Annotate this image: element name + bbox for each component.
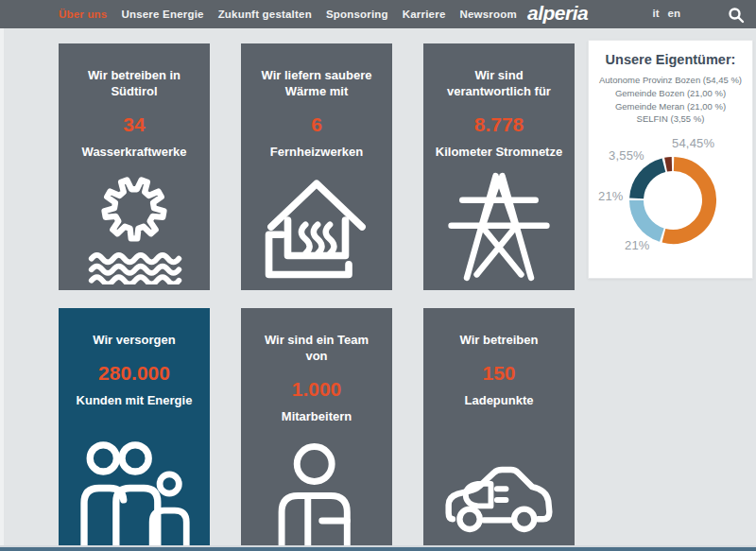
owners-donut-chart: 54,45% 21% 21% 3,55%	[589, 127, 752, 266]
stat-card-mitarbeiter: Wir sind ein Team von 1.000 Mitarbeitern	[241, 308, 392, 551]
donut-label-bozen: 21%	[625, 238, 650, 252]
stat-heading: Wir betreiben in Südtirol	[70, 68, 198, 100]
stat-label: Kunden mit Energie	[70, 393, 198, 407]
stats-row-2: Wir versorgen 280.000 Kunden mit Energie…	[59, 308, 575, 551]
owners-legend-line-provinz: Autonome Provinz Bozen (54,45 %)	[597, 74, 744, 87]
stat-label: Fernheizwerken	[252, 145, 381, 159]
stat-value: 280.000	[70, 362, 198, 385]
stat-value: 34	[70, 113, 198, 136]
stat-value: 150	[435, 362, 563, 385]
stat-label: Ladepunkte	[435, 393, 563, 407]
owners-legend-line-selfin: SELFIN (3,55 %)	[597, 112, 744, 126]
nav-item-sponsoring[interactable]: Sponsoring	[326, 9, 388, 20]
search-button[interactable]	[726, 5, 747, 26]
employee-icon	[252, 436, 381, 549]
power-pylon-icon	[435, 169, 563, 284]
nav-item-karriere[interactable]: Karriere	[403, 9, 446, 20]
lang-it-link[interactable]: it	[653, 8, 660, 19]
owners-legend-line-meran: Gemeinde Meran (21,00 %)	[597, 100, 744, 113]
stat-card-ladepunkte: Wir betreiben 150 Ladepunkte	[423, 308, 575, 551]
donut-label-selfin: 3,55%	[609, 148, 644, 163]
owners-legend-line-bozen: Gemeinde Bozen (21,00 %)	[597, 87, 744, 100]
owners-card: Unsere Eigentümer: Autonome Provinz Boze…	[588, 40, 753, 279]
nav-item-unsere-energie[interactable]: Unsere Energie	[121, 9, 203, 20]
stat-heading: Wir betreiben	[435, 333, 563, 349]
district-heating-icon	[252, 169, 381, 284]
nav-item-zukunft-gestalten[interactable]: Zukunft gestalten	[218, 9, 312, 20]
stat-heading: Wir sind verantwortlich für	[435, 68, 563, 100]
nav-item-ueber-uns[interactable]: Über uns	[59, 9, 107, 20]
stat-label: Wasserkraftwerke	[70, 145, 198, 159]
water-turbine-icon	[70, 169, 198, 284]
window-left-edge	[0, 28, 4, 551]
language-switcher: it en	[653, 8, 680, 19]
stats-row-1: Wir betreiben in Südtirol 34 Wasserkraft…	[59, 43, 575, 290]
stat-value: 6	[252, 113, 381, 136]
next-section-edge	[0, 547, 756, 551]
stat-value: 8.778	[435, 113, 563, 136]
stats-section: Wir betreiben in Südtirol 34 Wasserkraft…	[59, 43, 575, 551]
stat-card-wasserkraftwerke: Wir betreiben in Südtirol 34 Wasserkraft…	[59, 43, 210, 290]
electric-car-icon	[435, 451, 563, 549]
search-icon	[728, 7, 745, 24]
owners-legend: Autonome Provinz Bozen (54,45 %) Gemeind…	[597, 74, 744, 126]
stat-heading: Wir liefern saubere Wärme mit	[252, 68, 381, 100]
nav-item-newsroom[interactable]: Newsroom	[459, 9, 516, 20]
stat-card-fernheizwerke: Wir liefern saubere Wärme mit 6 Fernheiz…	[241, 43, 392, 290]
stat-card-kunden: Wir versorgen 280.000 Kunden mit Energie	[59, 308, 210, 551]
stat-label: Mitarbeitern	[252, 409, 381, 423]
main-nav: Über uns Unsere Energie Zukunft gestalte…	[0, 0, 756, 28]
donut-label-provinz: 54,45%	[672, 136, 714, 150]
stat-label: Kilometer Stromnetze	[435, 145, 563, 159]
family-icon	[70, 436, 198, 549]
alperia-logo[interactable]: alperia	[527, 2, 588, 25]
stat-heading: Wir versorgen	[70, 333, 198, 349]
lang-en-link[interactable]: en	[668, 8, 680, 19]
stat-value: 1.000	[252, 378, 381, 401]
nav-menu: Über uns Unsere Energie Zukunft gestalte…	[59, 9, 517, 20]
stat-heading: Wir sind ein Team von	[252, 333, 381, 365]
owners-title: Unsere Eigentümer:	[596, 52, 745, 67]
stat-card-stromnetze: Wir sind verantwortlich für 8.778 Kilome…	[423, 43, 575, 290]
donut-label-meran: 21%	[598, 189, 624, 203]
